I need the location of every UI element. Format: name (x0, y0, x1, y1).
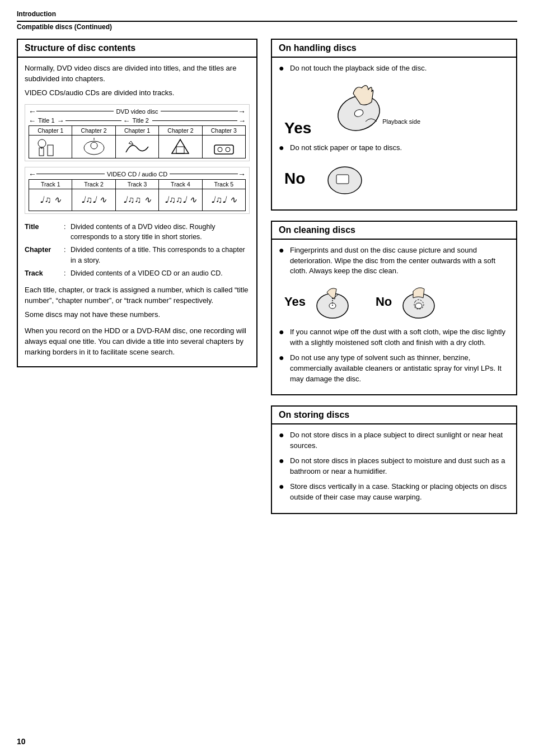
bullet-icon: ● (279, 353, 288, 362)
def-chapter: Chapter : Divided contents of a title. T… (25, 245, 250, 266)
dvd-arrow-line: ← DVD video disc → (29, 107, 246, 116)
handling-yes-label: Yes (284, 119, 312, 137)
track-img-row: ♩♫ ∿ ♩♫♩ ∿ ♩♫♫ ∿ ♩♫♫♩ ∿ ♩♫♩ ∿ (29, 189, 246, 211)
two-column-layout: Structure of disc contents Normally, DVD… (17, 39, 517, 524)
tracks-row: Track 1 Track 2 Track 3 Track 4 Track 5 (29, 179, 246, 189)
chapter-img-row (29, 136, 246, 158)
track-img: ♩♫♫ ∿ (116, 189, 159, 211)
track-img: ♩♫♫♩ ∿ (159, 189, 202, 211)
vcd-diagram: ← VIDEO CD / audio CD → Track 1 Track 2 … (25, 167, 250, 214)
vcd-label: VIDEO CD / audio CD (105, 171, 170, 178)
def-track: Track : Divided contents of a VIDEO CD o… (25, 268, 250, 279)
handling-bullet2: ● Do not stick paper or tape to discs. (279, 143, 509, 153)
storing-bullet2-text: Do not store discs in places subject to … (290, 456, 509, 477)
handling-bullet2-text: Do not stick paper or tape to discs. (290, 143, 402, 153)
definitions: Title : Divided contents of a DVD video … (25, 222, 250, 279)
def-term-title: Title (25, 222, 64, 243)
bullet-icon: ● (279, 328, 288, 337)
disc-yes-wrap: Playback side (322, 80, 384, 137)
chapter-cell: Chapter 3 (203, 126, 245, 135)
page-number: 10 (17, 737, 26, 746)
right-column: On handling discs ● Do not touch the pla… (271, 39, 517, 524)
cleaning-bullet2-text: If you cannot wipe off the dust with a s… (290, 327, 509, 348)
dvd-diagram: ← DVD video disc → ← Title 1 → (25, 104, 250, 161)
handling-title: On handling discs (272, 40, 516, 58)
handling-body: ● Do not touch the playback side of the … (272, 58, 516, 209)
cleaning-no-label: No (376, 295, 392, 309)
left-para2: Some discs may not have these numbers. (25, 310, 250, 320)
cleaning-bullet3: ● Do not use any type of solvent such as… (279, 353, 509, 385)
svg-point-11 (218, 147, 222, 152)
disc-no-svg (322, 159, 367, 198)
svg-point-5 (91, 142, 97, 149)
storing-bullet3: ● Store discs vertically in a case. Stac… (279, 482, 509, 503)
cleaning-section: On cleaning discs ● Fingerprints and dus… (271, 221, 517, 396)
cleaning-body: ● Fingerprints and dust on the disc caus… (272, 240, 516, 395)
structure-body: Normally, DVD video discs are divided in… (18, 58, 256, 366)
cleaning-bullet1-text: Fingerprints and dust on the disc cause … (290, 245, 509, 277)
cleaning-no-item: No (376, 282, 439, 321)
vcd-arrow-line: ← VIDEO CD / audio CD → (29, 170, 246, 179)
cleaning-bullet2: ● If you cannot wipe off the dust with a… (279, 327, 509, 348)
def-desc-chapter: Divided contents of a title. This corres… (71, 245, 250, 266)
storing-bullet3-text: Store discs vertically in a case. Stacki… (290, 482, 509, 503)
structure-title: Structure of disc contents (18, 40, 256, 58)
chapter-cell: Chapter 2 (159, 126, 202, 135)
def-title: Title : Divided contents of a DVD video … (25, 222, 250, 243)
svg-rect-9 (176, 147, 184, 153)
header-top: Introduction (17, 10, 517, 18)
chapter-cell: Chapter 2 (72, 126, 115, 135)
chapters-row: Chapter 1 Chapter 2 Chapter 1 Chapter 2 … (29, 125, 246, 136)
svg-point-4 (84, 141, 104, 155)
bullet-icon: ● (279, 482, 288, 491)
svg-point-21 (415, 303, 422, 309)
track-img: ♩♫ ∿ (29, 189, 72, 211)
bullet-icon: ● (279, 456, 288, 465)
chapter-img (203, 136, 245, 158)
chapter-img (29, 136, 72, 158)
playback-side-label: Playback side (366, 116, 420, 127)
svg-rect-17 (336, 175, 349, 184)
track-img: ♩♫♩ ∿ (72, 189, 115, 211)
def-term-track: Track (25, 268, 64, 279)
disc-yes-svg (322, 80, 384, 136)
bullet-icon: ● (279, 143, 288, 152)
handling-section: On handling discs ● Do not touch the pla… (271, 39, 517, 211)
svg-point-2 (38, 139, 46, 147)
structure-section: Structure of disc contents Normally, DVD… (17, 39, 257, 367)
structure-intro1: Normally, DVD video discs are divided in… (25, 63, 250, 85)
track-cell: Track 2 (72, 180, 115, 189)
title2-label: Title 2 (130, 117, 151, 124)
cleaning-bullet3-text: Do not use any type of solvent such as t… (290, 353, 509, 385)
track-cell: Track 4 (159, 180, 202, 189)
handling-no-illustration: No (284, 159, 509, 198)
chapter-img (72, 136, 115, 158)
cleaning-yes-label: Yes (284, 295, 306, 309)
header-section: Introduction (17, 10, 517, 22)
track-img: ♩♫♩ ∿ (203, 189, 245, 211)
handling-yes-illustration: Yes Playback side (284, 80, 509, 137)
handling-bullet1: ● Do not touch the playback side of the … (279, 63, 509, 74)
cleaning-yes-item: Yes (284, 282, 353, 321)
bullet-icon: ● (279, 64, 288, 73)
chapter-cell: Chapter 1 (116, 126, 159, 135)
storing-bullet1-text: Do not store discs in a place subject to… (290, 430, 509, 451)
left-column: Structure of disc contents Normally, DVD… (17, 39, 257, 524)
cleaning-no-svg (397, 282, 439, 321)
svg-rect-0 (39, 148, 44, 156)
bullet-icon: ● (279, 431, 288, 440)
storing-title: On storing discs (272, 407, 516, 424)
cleaning-illustrations: Yes (284, 282, 509, 321)
cleaning-bullet1: ● Fingerprints and dust on the disc caus… (279, 245, 509, 277)
track-cell: Track 3 (116, 180, 159, 189)
dvd-disc-label: DVD video disc (114, 108, 160, 115)
handling-no-label: No (284, 170, 312, 188)
svg-rect-10 (214, 145, 233, 154)
structure-intro2: VIDEO CDs/audio CDs are divided into tra… (25, 88, 250, 99)
bullet-icon: ● (279, 246, 288, 255)
svg-rect-1 (48, 145, 53, 156)
chapter-cell: Chapter 1 (29, 126, 72, 135)
chapter-img (116, 136, 159, 158)
svg-point-12 (226, 147, 230, 152)
page: Introduction Compatible discs (Continued… (0, 0, 534, 756)
